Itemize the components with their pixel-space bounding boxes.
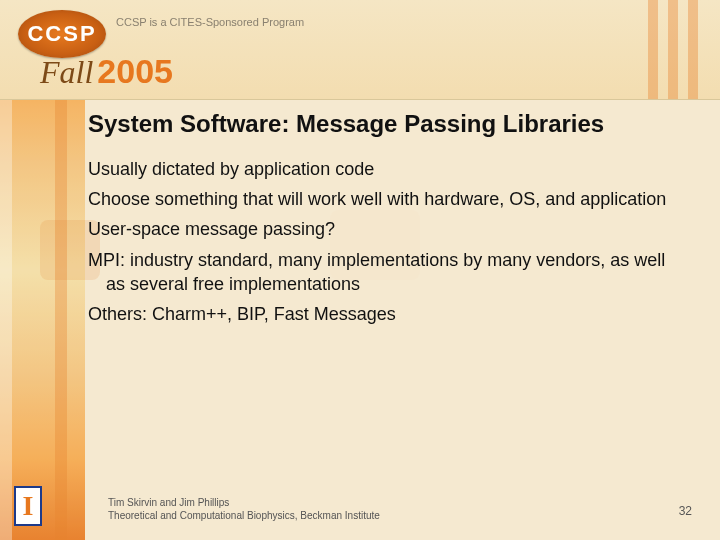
footer-affiliation: Theoretical and Computational Biophysics… (108, 509, 380, 522)
bullet: User-space message passing? (88, 217, 688, 241)
slide-header: CCSP CCSP is a CITES-Sponsored Program F… (0, 0, 720, 100)
fall-year: 2005 (97, 52, 173, 91)
header-fall-year: Fall 2005 (40, 52, 173, 91)
slide-footer: Tim Skirvin and Jim Phillips Theoretical… (108, 496, 380, 522)
slide-body: Usually dictated by application code Cho… (88, 157, 688, 327)
bullet: MPI: industry standard, many implementat… (88, 248, 688, 297)
header-stripes (620, 0, 720, 99)
fall-word: Fall (40, 54, 93, 91)
page-number: 32 (679, 504, 692, 518)
footer-authors: Tim Skirvin and Jim Phillips (108, 496, 380, 509)
illinois-i-icon: I (23, 492, 34, 520)
bullet: Others: Charm++, BIP, Fast Messages (88, 302, 688, 326)
header-tagline: CCSP is a CITES-Sponsored Program (116, 16, 304, 28)
bullet: Choose something that will work well wit… (88, 187, 688, 211)
bullet: Usually dictated by application code (88, 157, 688, 181)
ccsp-logo: CCSP (18, 10, 106, 58)
slide-content: System Software: Message Passing Librari… (88, 110, 688, 333)
illinois-logo: I (14, 486, 42, 526)
slide-title: System Software: Message Passing Librari… (88, 110, 688, 139)
